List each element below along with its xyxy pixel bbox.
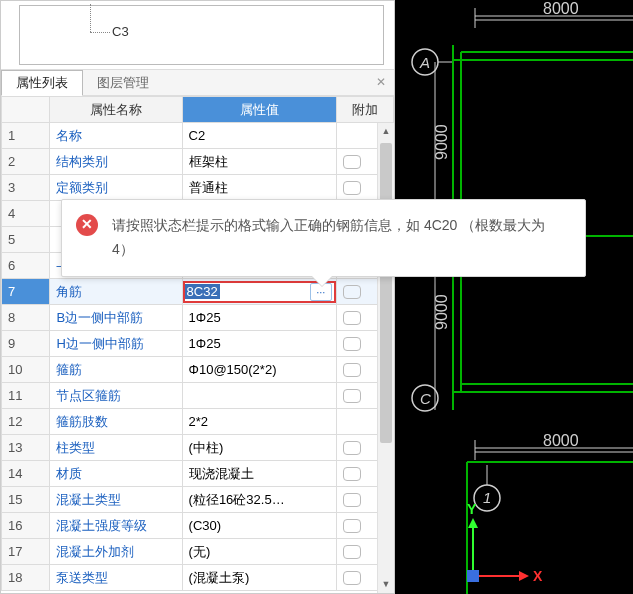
prop-name[interactable]: 箍筋 <box>50 357 182 383</box>
table-row[interactable]: 3定额类别普通柱 <box>2 175 394 201</box>
prop-value[interactable] <box>182 383 336 409</box>
prop-value[interactable]: Φ10@150(2*2) <box>182 357 336 383</box>
component-tree[interactable]: C3 <box>19 5 384 65</box>
grid-label-1: 1 <box>474 465 500 511</box>
prop-value[interactable]: (混凝土泵) <box>182 565 336 591</box>
checkbox[interactable] <box>343 363 361 377</box>
table-row[interactable]: 12箍筋肢数2*2 <box>2 409 394 435</box>
row-number[interactable]: 3 <box>2 175 50 201</box>
axis-gizmo[interactable]: X Y <box>467 501 543 584</box>
left-panel: C3 属性列表 图层管理 ✕ 属性名称 属性值 附加 1名称C22结构类别框架柱… <box>0 0 395 594</box>
prop-value[interactable]: (无) <box>182 539 336 565</box>
scroll-thumb[interactable] <box>380 143 392 443</box>
svg-text:C: C <box>420 390 431 407</box>
checkbox[interactable] <box>343 441 361 455</box>
table-row[interactable]: 2结构类别框架柱 <box>2 149 394 175</box>
table-row[interactable]: 11节点区箍筋 <box>2 383 394 409</box>
checkbox[interactable] <box>343 571 361 585</box>
row-number[interactable]: 17 <box>2 539 50 565</box>
table-row[interactable]: 18泵送类型(混凝土泵) <box>2 565 394 591</box>
row-number[interactable]: 13 <box>2 435 50 461</box>
svg-text:X: X <box>533 568 543 584</box>
svg-rect-23 <box>467 570 479 582</box>
scrollbar-vertical[interactable]: ▲ ▼ <box>377 123 394 593</box>
prop-name[interactable]: 箍筋肢数 <box>50 409 182 435</box>
checkbox[interactable] <box>343 389 361 403</box>
row-number[interactable]: 18 <box>2 565 50 591</box>
table-row[interactable]: 15混凝土类型(粒径16砼32.5… <box>2 487 394 513</box>
row-number[interactable]: 11 <box>2 383 50 409</box>
tooltip-text: 请按照状态栏提示的格式输入正确的钢筋信息，如 4C20 （根数最大为 4） <box>112 217 545 257</box>
table-row[interactable]: 17混凝土外加剂(无) <box>2 539 394 565</box>
table-row[interactable]: 8B边一侧中部筋1Φ25 <box>2 305 394 331</box>
table-row[interactable]: 10箍筋Φ10@150(2*2) <box>2 357 394 383</box>
checkbox[interactable] <box>343 467 361 481</box>
row-number[interactable]: 5 <box>2 227 50 253</box>
prop-name[interactable]: 柱类型 <box>50 435 182 461</box>
prop-value[interactable]: 1Φ25 <box>182 305 336 331</box>
prop-name[interactable]: B边一侧中部筋 <box>50 305 182 331</box>
col-name[interactable]: 属性名称 <box>50 97 182 123</box>
row-number[interactable]: 8 <box>2 305 50 331</box>
prop-value[interactable]: (C30) <box>182 513 336 539</box>
svg-marker-25 <box>519 571 529 581</box>
checkbox[interactable] <box>343 285 361 299</box>
col-value[interactable]: 属性值 <box>182 97 336 123</box>
value-input-text[interactable]: 8C32 <box>185 284 220 299</box>
row-number[interactable]: 7 <box>2 279 50 305</box>
prop-value[interactable]: (粒径16砼32.5… <box>182 487 336 513</box>
table-row[interactable]: 16混凝土强度等级(C30) <box>2 513 394 539</box>
row-number[interactable]: 2 <box>2 149 50 175</box>
cad-view[interactable]: 8000 A 9000 9000 C <box>395 0 633 594</box>
checkbox[interactable] <box>343 155 361 169</box>
prop-name[interactable]: 混凝土类型 <box>50 487 182 513</box>
prop-name[interactable]: H边一侧中部筋 <box>50 331 182 357</box>
row-number[interactable]: 9 <box>2 331 50 357</box>
checkbox[interactable] <box>343 337 361 351</box>
tree-node-c3[interactable]: C3 <box>112 24 129 39</box>
dim-top: 8000 <box>475 0 633 28</box>
row-number[interactable]: 10 <box>2 357 50 383</box>
col-rownum <box>2 97 50 123</box>
close-panel[interactable]: ✕ <box>374 75 388 89</box>
prop-name[interactable]: 混凝土外加剂 <box>50 539 182 565</box>
prop-name[interactable]: 角筋 <box>50 279 182 305</box>
prop-name[interactable]: 定额类别 <box>50 175 182 201</box>
table-row[interactable]: 1名称C2 <box>2 123 394 149</box>
prop-value[interactable]: (中柱) <box>182 435 336 461</box>
prop-value[interactable]: 2*2 <box>182 409 336 435</box>
row-number[interactable]: 14 <box>2 461 50 487</box>
scroll-up[interactable]: ▲ <box>378 123 394 140</box>
tab-properties[interactable]: 属性列表 <box>1 70 83 96</box>
prop-name[interactable]: 材质 <box>50 461 182 487</box>
row-number[interactable]: 4 <box>2 201 50 227</box>
checkbox[interactable] <box>343 311 361 325</box>
row-number[interactable]: 16 <box>2 513 50 539</box>
table-row[interactable]: 13柱类型(中柱) <box>2 435 394 461</box>
table-row[interactable]: 14材质现浇混凝土 <box>2 461 394 487</box>
svg-text:A: A <box>419 54 430 71</box>
row-number[interactable]: 15 <box>2 487 50 513</box>
row-number[interactable]: 6 <box>2 253 50 279</box>
prop-value[interactable]: C2 <box>182 123 336 149</box>
scroll-down[interactable]: ▼ <box>378 576 394 593</box>
prop-value[interactable]: 1Φ25 <box>182 331 336 357</box>
prop-name[interactable]: 节点区箍筋 <box>50 383 182 409</box>
prop-value[interactable]: 现浇混凝土 <box>182 461 336 487</box>
prop-value[interactable]: 普通柱 <box>182 175 336 201</box>
row-number[interactable]: 1 <box>2 123 50 149</box>
checkbox[interactable] <box>343 545 361 559</box>
table-row[interactable]: 7角筋8C32··· <box>2 279 394 305</box>
prop-name[interactable]: 混凝土强度等级 <box>50 513 182 539</box>
checkbox[interactable] <box>343 181 361 195</box>
prop-name[interactable]: 名称 <box>50 123 182 149</box>
col-extra[interactable]: 附加 <box>336 97 393 123</box>
table-row[interactable]: 9H边一侧中部筋1Φ25 <box>2 331 394 357</box>
row-number[interactable]: 12 <box>2 409 50 435</box>
prop-name[interactable]: 结构类别 <box>50 149 182 175</box>
checkbox[interactable] <box>343 519 361 533</box>
prop-value[interactable]: 框架柱 <box>182 149 336 175</box>
checkbox[interactable] <box>343 493 361 507</box>
prop-name[interactable]: 泵送类型 <box>50 565 182 591</box>
tab-layers[interactable]: 图层管理 <box>83 70 163 95</box>
